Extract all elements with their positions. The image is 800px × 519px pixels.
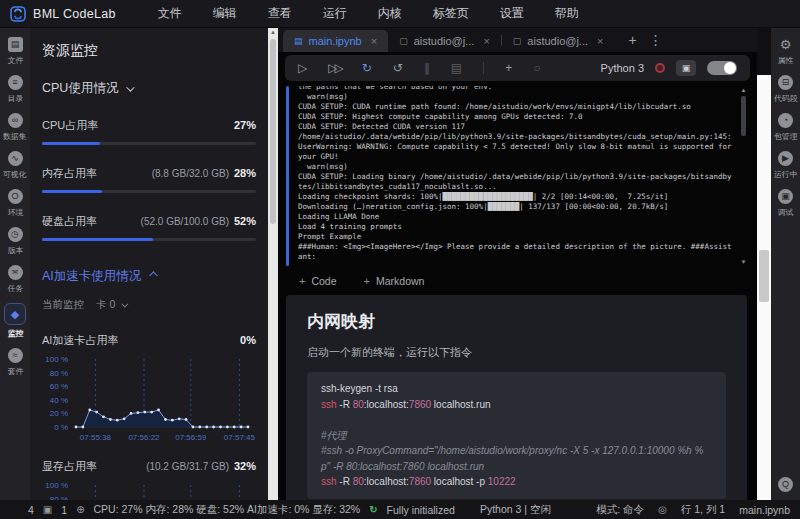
restart-kernel-button[interactable]: ↻	[362, 61, 372, 75]
sidebar-item-2[interactable]: ≡目录	[0, 75, 30, 105]
menu-item-7[interactable]: 设置	[500, 5, 524, 22]
sync-icon: ↻	[369, 504, 377, 515]
sidebar-item-9[interactable]: ≈套件	[0, 348, 30, 378]
meter-label: 硬盘占用率	[42, 214, 97, 229]
export-button[interactable]: ▤	[451, 61, 462, 75]
scrollbar-thumb[interactable]	[741, 96, 746, 136]
statusbar-right: 模式: 命令◎行 1, 列 1main.ipynb	[596, 503, 790, 517]
meter-fill	[42, 142, 100, 145]
chevron-down-icon	[122, 300, 129, 307]
resource-summary: CPU: 27% 内存: 28% 硬盘: 52% AI加速卡: 0% 显存: 3…	[94, 503, 361, 517]
close-icon[interactable]: ×	[371, 35, 377, 47]
rightbar-item-1[interactable]: ⚙属性	[771, 37, 800, 67]
menu-item-8[interactable]: 帮助	[555, 5, 579, 22]
close-icon[interactable]: ×	[483, 35, 489, 47]
ai-section-header[interactable]: AI加速卡使用情况	[42, 268, 256, 285]
sidebar-item-5[interactable]: O环境	[0, 189, 30, 219]
scroll-up-icon[interactable]: ▲	[741, 86, 747, 94]
add-markdown-cell-button[interactable]: + Markdown	[364, 275, 425, 287]
menu-item-3[interactable]: 查看	[268, 5, 292, 22]
add-code-cell-button[interactable]: + Code	[299, 275, 337, 287]
scrollbar-thumb[interactable]	[270, 39, 276, 224]
meter-detail: (52.0 GB/100.0 GB)	[141, 216, 229, 227]
meter-track	[42, 190, 256, 193]
chevron-up-icon	[149, 271, 157, 279]
scroll-up-icon[interactable]: ▲	[268, 28, 278, 37]
kernel-busy-icon	[655, 63, 665, 73]
dataset-icon: ∞	[8, 113, 23, 128]
add-tab-button[interactable]: +	[628, 32, 636, 48]
sidebar-label: 环境	[7, 207, 23, 218]
sidebar-item-6[interactable]: ◷版本	[0, 227, 30, 257]
run-cell-button[interactable]: ▷	[298, 61, 307, 75]
terminal-icon[interactable]: ▣	[43, 504, 52, 515]
code-token: 10222	[488, 476, 516, 487]
meter-label: CPU占用率	[42, 118, 98, 133]
panel-toggle-button[interactable]: ▣	[676, 60, 696, 76]
svg-text:60 %: 60 %	[50, 382, 68, 391]
rightbar-item-3[interactable]: ◔包管理	[771, 113, 800, 143]
tab-label: main.ipynb	[309, 35, 362, 47]
tasks-icon: ≍	[8, 265, 23, 280]
markdown-cell[interactable]: 内网映射 启动一个新的终端，运行以下指令 ssh-keygen -t rsass…	[286, 295, 747, 500]
resource-meter-3: 硬盘占用率(52.0 GB/100.0 GB)52%	[42, 214, 256, 241]
console-scrollbar[interactable]: ▲ ▼	[739, 86, 748, 266]
notification-icon[interactable]: ◎	[658, 504, 667, 515]
toolbar-toggle-switch[interactable]	[707, 61, 737, 75]
rightbar-item-5[interactable]: ▣调试	[771, 189, 800, 219]
tab-1[interactable]: ▤main.ipynb×	[283, 30, 388, 52]
menu-item-5[interactable]: 内核	[378, 5, 402, 22]
rightbar-item-2[interactable]: ⊟代码段	[771, 75, 800, 105]
tab-more-button[interactable]: ⋮	[649, 32, 663, 48]
scrollbar-thumb[interactable]	[759, 250, 769, 302]
record-button[interactable]: ○	[533, 61, 540, 75]
mode-indicator[interactable]: 模式: 命令	[596, 503, 644, 517]
refresh-button[interactable]: ↺	[393, 61, 403, 75]
vram-usage-meter: 显存占用率 (10.2 GB/31.7 GB) 32%	[42, 459, 256, 474]
kernel-status-label[interactable]: Python 3 | 空闲	[480, 503, 551, 517]
tab-label: aistudio@j...	[414, 35, 475, 47]
svg-text:80 %: 80 %	[50, 369, 68, 378]
close-icon[interactable]: ×	[597, 35, 603, 47]
monitor-label: 当前监控	[42, 298, 84, 312]
svg-text:100 %: 100 %	[45, 355, 68, 364]
kernels-icon[interactable]: ⊕	[76, 504, 84, 515]
add-cell-button[interactable]: +	[505, 61, 512, 75]
sidebar-item-7[interactable]: ≍任务	[0, 265, 30, 295]
rightbar-item-4[interactable]: ▶运行中	[771, 151, 800, 181]
menu-item-2[interactable]: 编辑	[213, 5, 237, 22]
card-select-dropdown[interactable]: 卡 0	[96, 298, 126, 312]
terminal-count[interactable]: 4	[28, 504, 34, 516]
cpu-section-header[interactable]: CPU使用情况	[42, 80, 256, 97]
sidebar-item-8[interactable]: ◆监控	[0, 303, 30, 340]
kernel-count[interactable]: 1	[61, 504, 67, 516]
menu-item-6[interactable]: 标签页	[433, 5, 469, 22]
cursor-position[interactable]: 行 1, 列 1	[681, 503, 725, 517]
notebook-area: ▤main.ipynb×▢aistudio@j...×▢aistudio@j..…	[278, 28, 757, 500]
ai-usage-chart: 100 %80 %60 %40 %20 %0 %07:55:3807:56:22…	[42, 353, 256, 445]
vram-usage-label: 显存占用率	[42, 459, 97, 474]
file-icon: ▢	[399, 36, 408, 46]
interrupt-button[interactable]: ∥	[424, 61, 430, 75]
sidebar-item-4[interactable]: ∿可视化	[0, 151, 30, 181]
code-token: :localhost:	[364, 476, 409, 487]
run-all-button[interactable]: ▷▷	[328, 61, 340, 75]
notebook-scroll-area: the paths that we search based on your e…	[278, 81, 757, 500]
menu-item-4[interactable]: 运行	[323, 5, 347, 22]
notebook-toolbar: ▷▷▷↻↺∥▤+○ Python 3 ▣	[285, 55, 750, 81]
tab-3[interactable]: ▢aistudio@j...×	[502, 30, 615, 52]
notebook-scrollbar[interactable]	[757, 75, 771, 500]
scroll-down-icon[interactable]: ▼	[741, 258, 747, 266]
gear-icon: ⚙	[778, 37, 793, 52]
files-icon: ▤	[8, 37, 23, 52]
sidebar-item-1[interactable]: ▤文件	[0, 37, 30, 67]
kernel-name-label[interactable]: Python 3	[601, 62, 644, 74]
left-panel-scrollbar[interactable]: ▲	[268, 28, 278, 500]
rightbar-bottom[interactable]: Q	[771, 477, 800, 492]
sidebar-item-3[interactable]: ∞数据集	[0, 113, 30, 143]
tab-2[interactable]: ▢aistudio@j...×	[388, 30, 501, 52]
svg-text:07:56:59: 07:56:59	[175, 433, 207, 442]
menu-item-1[interactable]: 文件	[158, 5, 182, 22]
active-cell-indicator	[286, 86, 289, 266]
svg-text:100 %: 100 %	[45, 481, 68, 490]
